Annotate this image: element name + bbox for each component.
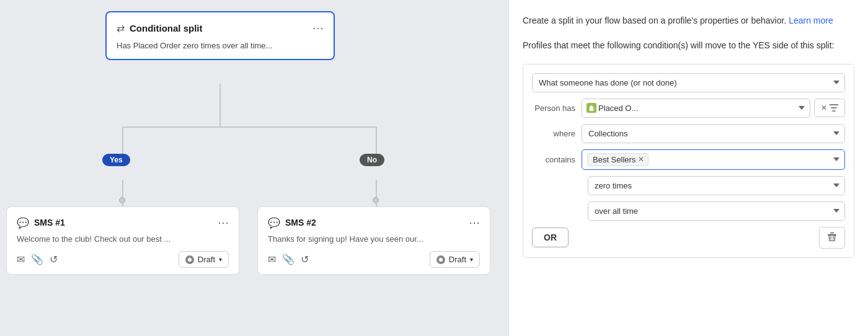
sms1-draft-button[interactable]: Draft ▾	[179, 251, 229, 268]
sms1-draft-label: Draft	[198, 255, 215, 264]
connector-dot-yes	[119, 197, 125, 203]
panel-description: Create a split in your flow based on a p…	[523, 14, 854, 27]
branch-yes-label: Yes	[102, 154, 130, 166]
sms2-body: Thanks for signing up! Have you seen our…	[268, 234, 480, 244]
connector-dot-no	[373, 197, 379, 203]
sms2-title: SMS #2	[285, 218, 316, 228]
sms1-icon: 💬	[17, 217, 29, 229]
contains-label: contains	[532, 155, 582, 164]
over-all-time-row: over all time	[588, 201, 845, 221]
zero-times-select[interactable]: zero times	[588, 176, 845, 195]
where-row: where Collections	[532, 124, 845, 143]
filter-icon	[830, 104, 838, 112]
node-body: Has Placed Order zero times over all tim…	[117, 41, 324, 50]
best-sellers-tag: Best Sellers ✕	[587, 153, 649, 166]
flow-canvas: ⇄ Conditional split ⋯ Has Placed Order z…	[0, 0, 508, 336]
sms1-chevron-icon: ▾	[219, 256, 222, 263]
more-options-icon[interactable]: ⋯	[312, 21, 324, 35]
split-icon: ⇄	[117, 22, 125, 34]
delete-button[interactable]	[819, 227, 845, 249]
person-has-row: Person has Placed O... ✕	[532, 99, 845, 118]
sms1-body: Welcome to the club! Check out our best …	[17, 234, 229, 244]
what-done-row: What someone has done (or not done)	[532, 73, 845, 92]
sms2-more-icon[interactable]: ⋯	[469, 216, 480, 229]
sms-node-2: 💬 SMS #2 ⋯ Thanks for signing up! Have y…	[257, 206, 490, 275]
where-label: where	[532, 129, 582, 138]
sms-node-1: 💬 SMS #1 ⋯ Welcome to the club! Check ou…	[6, 206, 239, 275]
sms1-draft-icon	[185, 255, 194, 264]
sms2-icon: 💬	[268, 217, 280, 229]
sms1-footer: ✉ 📎 ↺ Draft ▾	[17, 251, 229, 268]
sms2-action-icons: ✉ 📎 ↺	[268, 254, 309, 265]
panel-actions: OR	[532, 227, 845, 249]
sms1-header: 💬 SMS #1 ⋯	[17, 216, 229, 229]
filter-button[interactable]: ✕	[814, 99, 845, 117]
sms1-title: SMS #1	[34, 218, 65, 228]
node-header-left: ⇄ Conditional split	[117, 22, 203, 34]
sms2-attach-icon: 📎	[282, 254, 294, 265]
sms2-header-left: 💬 SMS #2	[268, 217, 316, 229]
sms2-draft-icon	[436, 255, 445, 264]
sms1-more-icon[interactable]: ⋯	[218, 216, 229, 229]
what-done-select[interactable]: What someone has done (or not done)	[532, 73, 845, 92]
sms2-draft-label: Draft	[449, 255, 466, 264]
tag-dropdown-icon	[833, 157, 839, 161]
svg-rect-7	[830, 232, 834, 234]
sms2-refresh-icon: ↺	[301, 254, 309, 265]
sms1-refresh-icon: ↺	[50, 254, 58, 265]
node-header: ⇄ Conditional split ⋯	[117, 21, 324, 35]
or-button[interactable]: OR	[532, 228, 569, 247]
person-has-controls: Placed O... ✕	[582, 99, 845, 118]
over-all-time-select[interactable]: over all time	[588, 201, 845, 221]
sms1-header-left: 💬 SMS #1	[17, 217, 65, 229]
panel-profiles-text: Profiles that meet the following conditi…	[523, 38, 854, 52]
right-panel: Create a split in your flow based on a p…	[508, 0, 868, 336]
sms2-draft-button[interactable]: Draft ▾	[430, 251, 480, 268]
sms1-action-icons: ✉ 📎 ↺	[17, 254, 58, 265]
contains-row: contains Best Sellers ✕	[532, 149, 845, 170]
where-select[interactable]: Collections	[582, 124, 845, 143]
x-icon: ✕	[821, 104, 827, 112]
sms1-attach-icon: 📎	[31, 254, 43, 265]
conditional-split-node: ⇄ Conditional split ⋯ Has Placed Order z…	[105, 11, 335, 60]
condition-box: What someone has done (or not done) Pers…	[523, 64, 854, 258]
tag-container[interactable]: Best Sellers ✕	[582, 149, 845, 170]
sms2-footer: ✉ 📎 ↺ Draft ▾	[268, 251, 480, 268]
person-has-label: Person has	[532, 104, 582, 113]
node-title: Conditional split	[130, 23, 203, 33]
branch-no-label: No	[360, 154, 384, 166]
person-has-select[interactable]: Placed O...	[582, 99, 810, 118]
sms2-chevron-icon: ▾	[470, 256, 473, 263]
learn-more-link[interactable]: Learn more	[789, 15, 833, 25]
tag-close-icon[interactable]: ✕	[638, 155, 644, 164]
sms1-envelope-icon: ✉	[17, 254, 25, 265]
zero-times-row: zero times	[588, 176, 845, 195]
tag-text: Best Sellers	[593, 155, 636, 164]
sms2-envelope-icon: ✉	[268, 254, 276, 265]
trash-icon	[827, 232, 837, 242]
sms2-header: 💬 SMS #2 ⋯	[268, 216, 480, 229]
